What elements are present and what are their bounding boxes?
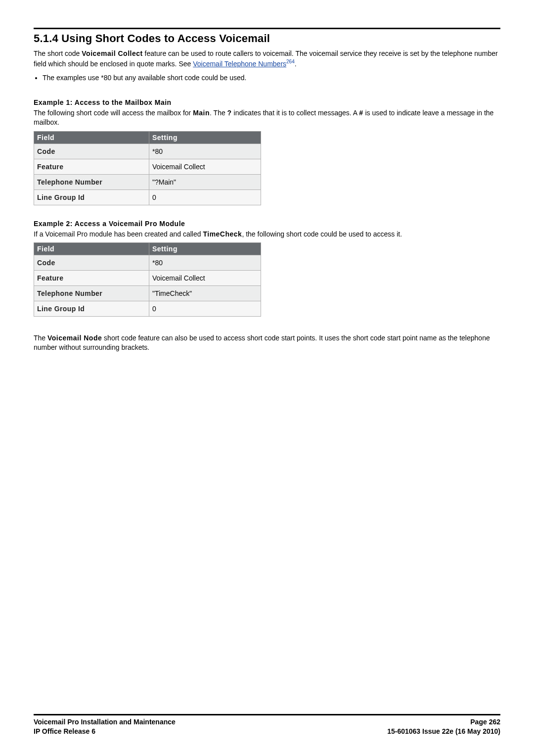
table2-setting-0: *80: [149, 255, 261, 271]
table-example-1: Field Setting Code *80 Feature Voicemail…: [34, 131, 261, 205]
table2-field-0: Code: [34, 255, 149, 271]
table2-field-3: Line Group Id: [34, 301, 149, 317]
table1-field-2: Telephone Number: [34, 174, 149, 189]
footer-left-1: Voicemail Pro Installation and Maintenan…: [34, 717, 176, 727]
example1-body: The following short code will access the…: [34, 108, 500, 127]
section-heading: 5.1.4 Using Short Codes to Access Voicem…: [34, 32, 500, 45]
page-footer: Voicemail Pro Installation and Maintenan…: [34, 714, 500, 736]
ex1-main: Main: [193, 109, 210, 117]
table2-setting-2: "TimeCheck": [149, 286, 261, 301]
ex1-text-b: . The: [210, 109, 227, 117]
top-rule: [34, 28, 500, 29]
ex2-text-b: , the following short code could be used…: [242, 230, 402, 238]
footer-left-2: IP Office Release 6: [34, 727, 95, 736]
footer-right-1: Page 262: [470, 717, 500, 727]
ex1-qmark: ?: [227, 109, 232, 117]
intro-text-1: The short code: [34, 49, 82, 57]
table1-header-field: Field: [34, 131, 149, 143]
footer-row-2: IP Office Release 6 15-601063 Issue 22e …: [34, 727, 500, 736]
table1-setting-2: "?Main": [149, 174, 261, 189]
ex1-hash: #: [359, 109, 363, 117]
closing-b: short code feature can also be used to a…: [34, 334, 490, 351]
table1-setting-0: *80: [149, 143, 261, 159]
table-row: Telephone Number "?Main": [34, 174, 261, 189]
footer-row-1: Voicemail Pro Installation and Maintenan…: [34, 717, 500, 727]
example1-heading: Example 1: Access to the Mailbox Main: [34, 98, 500, 107]
table2-setting-1: Voicemail Collect: [149, 271, 261, 286]
table2-field-1: Feature: [34, 271, 149, 286]
example2-body: If a Voicemail Pro module has been creat…: [34, 230, 500, 239]
intro-text-3: .: [295, 60, 297, 68]
example2-title: Example 2: Access a Voicemail Pro Module: [34, 220, 185, 228]
ex1-text-c: indicates that it is to collect messages…: [232, 109, 359, 117]
table2-setting-3: 0: [149, 301, 261, 317]
ex1-text-a: The following short code will access the…: [34, 109, 193, 117]
bullet-item-1: The examples use *80 but any available s…: [43, 73, 500, 83]
table-row: Code *80: [34, 255, 261, 271]
table1-header-setting: Setting: [149, 131, 261, 143]
footer-right-2: 15-601063 Issue 22e (16 May 2010): [387, 727, 500, 736]
ex2-text-a: If a Voicemail Pro module has been creat…: [34, 230, 203, 238]
table1-setting-3: 0: [149, 189, 261, 205]
intro-feature-name: Voicemail Collect: [82, 49, 142, 57]
table-row: Line Group Id 0: [34, 301, 261, 317]
table1-field-1: Feature: [34, 159, 149, 174]
example1-title: Example 1: Access to the Mailbox Main: [34, 98, 172, 106]
footer-rule: [34, 714, 500, 715]
table1-field-3: Line Group Id: [34, 189, 149, 205]
table1-setting-1: Voicemail Collect: [149, 159, 261, 174]
table2-header-field: Field: [34, 243, 149, 255]
table-row: Telephone Number "TimeCheck": [34, 286, 261, 301]
voicemail-telephone-numbers-link[interactable]: Voicemail Telephone Numbers: [193, 60, 286, 68]
closing-bold: Voicemail Node: [47, 334, 102, 342]
table-row: Line Group Id 0: [34, 189, 261, 205]
example2-heading: Example 2: Access a Voicemail Pro Module: [34, 219, 500, 229]
page-container: 5.1.4 Using Short Codes to Access Voicem…: [0, 0, 534, 756]
closing-a: The: [34, 334, 47, 342]
bullet-list: The examples use *80 but any available s…: [34, 73, 500, 83]
table1-field-0: Code: [34, 143, 149, 159]
intro-paragraph: The short code Voicemail Collect feature…: [34, 49, 500, 68]
table2-field-2: Telephone Number: [34, 286, 149, 301]
ex2-timecheck: TimeCheck: [203, 230, 242, 238]
closing-paragraph: The Voicemail Node short code feature ca…: [34, 333, 500, 352]
table1-header-row: Field Setting: [34, 131, 261, 143]
table2-header-setting: Setting: [149, 243, 261, 255]
table-row: Feature Voicemail Collect: [34, 271, 261, 286]
table-row: Code *80: [34, 143, 261, 159]
table-row: Feature Voicemail Collect: [34, 159, 261, 174]
table-example-2: Field Setting Code *80 Feature Voicemail…: [34, 242, 261, 317]
table2-header-row: Field Setting: [34, 243, 261, 255]
link-ref-superscript: 264: [286, 59, 295, 64]
